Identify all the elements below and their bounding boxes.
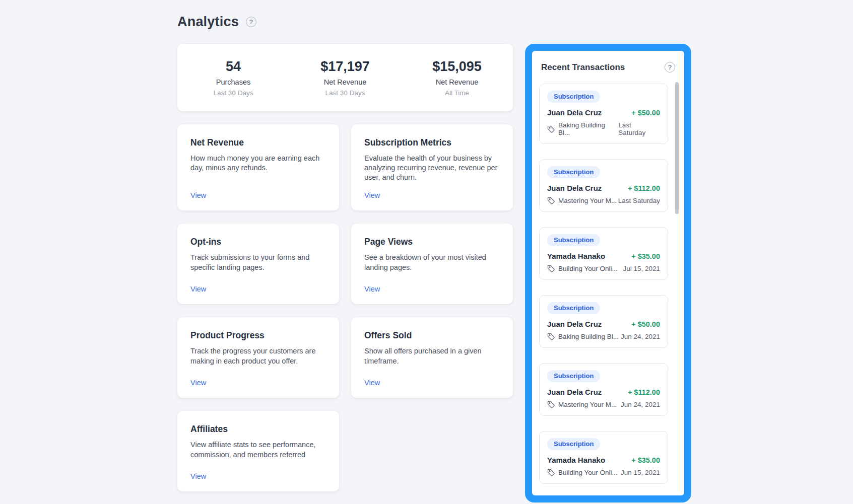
customer-name: Juan Dela Cruz [547,108,602,117]
help-icon[interactable]: ? [665,62,675,73]
stat-label: Net Revenue [401,78,513,86]
price-tag-icon [547,333,555,340]
transactions-list: Subscription Juan Dela Cruz + $50.00 Bak… [539,84,678,484]
customer-name: Juan Dela Cruz [547,320,602,328]
card-title: Subscription Metrics [364,137,500,148]
transaction-date: Jun 24, 2021 [621,401,660,408]
view-link[interactable]: View [190,370,206,387]
recent-transactions-highlight: Recent Transactions ? Subscription Juan … [525,44,691,502]
transaction-card[interactable]: Subscription Juan Dela Cruz + $112.00 Ma… [539,363,668,416]
analytics-card: Offers Sold Show all offers purchased in… [351,317,513,398]
transaction-date: Jun 24, 2021 [621,333,660,340]
customer-name: Juan Dela Cruz [547,388,602,396]
recent-transactions-panel: Recent Transactions ? Subscription Juan … [532,51,684,495]
main-content: Analytics ? 54 Purchases Last 30 Days $1… [177,14,513,491]
transaction-card[interactable]: Subscription Juan Dela Cruz + $50.00 Bak… [539,295,668,348]
price-tag-icon [547,265,555,272]
transaction-card[interactable]: Subscription Juan Dela Cruz + $50.00 Bak… [539,84,668,144]
stat-period: Last 30 Days [177,89,289,97]
transaction-type-badge: Subscription [547,166,600,178]
stat-label: Net Revenue [289,78,401,86]
stat-item: $17,197 Net Revenue Last 30 Days [289,59,401,97]
transaction-date: Last Saturday [618,197,660,204]
card-description: Show all offers purchased in a given tim… [364,346,500,366]
stat-value: 54 [177,59,289,75]
scrollbar-thumb[interactable] [675,82,679,214]
transaction-date: Last Saturday [618,121,660,136]
customer-name: Yamada Hanako [547,456,605,464]
analytics-card: Opt-ins Track submissions to your forms … [177,224,339,304]
price-tag-icon [547,197,555,204]
card-description: See a breakdown of your most visited lan… [364,253,500,272]
transaction-type-badge: Subscription [547,91,600,103]
product-name-text: Baking Building Bl... [558,333,619,340]
analytics-cards-grid: Net Revenue How much money you are earni… [177,124,513,491]
analytics-card: Product Progress Track the progress your… [177,317,339,398]
card-description: View affiliate stats to see performance,… [190,440,326,459]
card-description: Track the progress your customers are ma… [190,346,326,366]
product-name-text: Building Your Onli... [558,469,618,476]
price-tag-icon [547,125,555,133]
transaction-type-badge: Subscription [547,370,600,382]
customer-name: Juan Dela Cruz [547,184,602,192]
product-name-text: Building Your Onli... [558,265,618,272]
analytics-card: Affiliates View affiliate stats to see p… [177,411,339,491]
transaction-amount: + $35.00 [631,456,660,464]
stat-period: All Time [401,89,513,97]
product-name: Mastering Your M... [547,401,617,408]
view-link[interactable]: View [364,276,380,293]
product-name-text: Mastering Your M... [558,401,617,408]
product-name: Baking Building Bl... [547,121,618,136]
stats-panel: 54 Purchases Last 30 Days $17,197 Net Re… [177,44,513,111]
product-name: Mastering Your M... [547,197,617,204]
card-title: Affiliates [190,424,326,435]
price-tag-icon [547,469,555,476]
transactions-header: Recent Transactions ? [539,59,678,73]
card-description: How much money you are earning each day,… [190,154,326,173]
customer-name: Yamada Hanako [547,252,605,260]
transaction-card[interactable]: Subscription Yamada Hanako + $35.00 Buil… [539,227,668,280]
transaction-card[interactable]: Subscription Juan Dela Cruz + $112.00 Ma… [539,159,668,212]
transaction-date: Jul 15, 2021 [623,265,660,272]
transaction-date: Jun 15, 2021 [621,469,660,476]
transaction-amount: + $50.00 [631,109,660,117]
view-link[interactable]: View [190,463,206,480]
transaction-type-badge: Subscription [547,234,600,246]
product-name-text: Mastering Your M... [558,197,617,204]
stat-value: $17,197 [289,59,401,75]
stat-value: $15,095 [401,59,513,75]
analytics-card: Page Views See a breakdown of your most … [351,224,513,304]
card-description: Track submissions to your forms and spec… [190,253,326,272]
view-link[interactable]: View [364,370,380,387]
view-link[interactable]: View [364,182,380,199]
transaction-amount: + $35.00 [631,252,660,260]
stat-item: 54 Purchases Last 30 Days [177,59,289,97]
transaction-type-badge: Subscription [547,302,600,314]
product-name: Building Your Onli... [547,265,618,272]
transaction-amount: + $112.00 [628,184,660,192]
product-name: Baking Building Bl... [547,333,619,340]
transaction-card[interactable]: Subscription Yamada Hanako + $35.00 Buil… [539,431,668,484]
page-header: Analytics ? [177,14,513,30]
transaction-amount: + $112.00 [628,388,660,396]
stat-period: Last 30 Days [289,89,401,97]
view-link[interactable]: View [190,182,206,199]
card-title: Net Revenue [190,137,326,148]
view-link[interactable]: View [190,276,206,293]
stat-label: Purchases [177,78,289,86]
help-icon[interactable]: ? [246,17,256,27]
price-tag-icon [547,401,555,408]
card-title: Page Views [364,237,500,247]
analytics-card: Net Revenue How much money you are earni… [177,124,339,210]
card-title: Offers Sold [364,330,500,341]
transaction-type-badge: Subscription [547,438,600,450]
card-title: Product Progress [190,330,326,341]
stat-item: $15,095 Net Revenue All Time [401,59,513,97]
transactions-title: Recent Transactions [541,62,625,73]
card-title: Opt-ins [190,237,326,247]
card-description: Evaluate the health of your business by … [364,154,500,182]
product-name-text: Baking Building Bl... [558,121,618,136]
product-name: Building Your Onli... [547,469,618,476]
page-title: Analytics [177,14,239,30]
transaction-amount: + $50.00 [631,320,660,328]
